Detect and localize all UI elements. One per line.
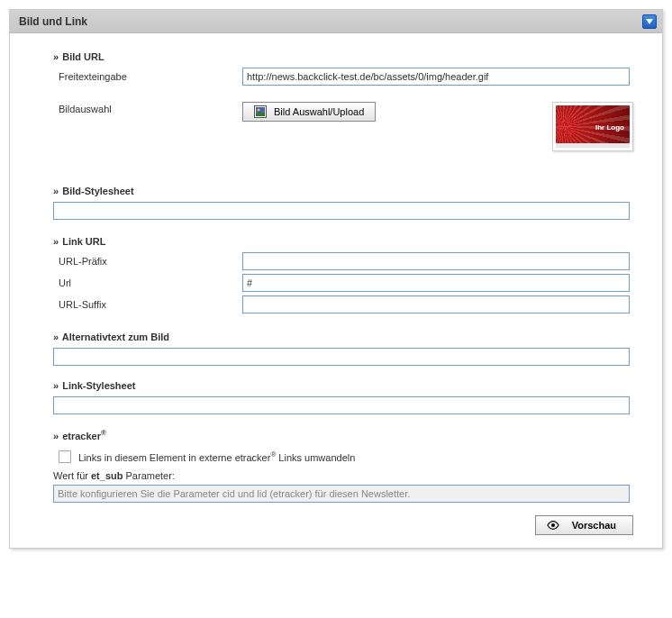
panel-title: Bild und Link (19, 15, 87, 28)
button-vorschau[interactable]: Vorschau (535, 515, 633, 535)
panel-collapse-button[interactable] (642, 14, 657, 29)
label-etsub-param: Wert für et_sub Parameter: (53, 470, 633, 481)
section-heading-bild-stylesheet: » Bild-Stylesheet (53, 186, 633, 196)
input-bild-stylesheet[interactable] (53, 202, 630, 220)
label-freitexteingabe: Freitexteingabe (53, 71, 242, 82)
input-link-stylesheet[interactable] (53, 396, 630, 414)
label-etracker-checkbox: Links in diesem Element in externe etrac… (78, 450, 355, 463)
image-thumbnail[interactable]: Ihr Logo (552, 102, 633, 151)
svg-point-3 (551, 523, 555, 527)
label-url-praefix: URL-Präfix (53, 256, 242, 267)
label-url: Url (53, 277, 242, 288)
input-url-praefix[interactable] (242, 252, 630, 270)
section-heading-alt-text: » Alternativtext zum Bild (53, 332, 633, 342)
label-bildauswahl: Bildauswahl (53, 102, 242, 114)
thumbnail-placeholder-text: Ihr Logo (595, 123, 624, 131)
section-heading-etracker: » etracker® (53, 429, 633, 441)
label-url-suffix: URL-Suffix (53, 299, 242, 310)
checkbox-etracker-convert-links[interactable] (59, 450, 71, 463)
image-icon (254, 105, 267, 118)
input-url[interactable] (242, 274, 630, 292)
eye-icon (547, 519, 559, 532)
panel-body: » Bild URL Freitexteingabe Bildauswahl B… (10, 33, 662, 548)
section-heading-link-url: » Link URL (53, 236, 633, 247)
panel-bild-und-link: Bild und Link » Bild URL Freitexteingabe… (9, 9, 663, 549)
input-etsub-param (53, 485, 630, 503)
chevron-down-icon (646, 19, 653, 24)
input-alt-text[interactable] (53, 348, 630, 366)
panel-header: Bild und Link (10, 10, 662, 33)
input-url-suffix[interactable] (242, 295, 630, 314)
section-heading-link-stylesheet: » Link-Stylesheet (53, 380, 633, 391)
section-heading-bild-url: » Bild URL (53, 51, 633, 62)
input-bild-url[interactable] (242, 68, 630, 86)
button-bild-auswahl-upload[interactable]: Bild Auswahl/Upload (242, 102, 376, 122)
